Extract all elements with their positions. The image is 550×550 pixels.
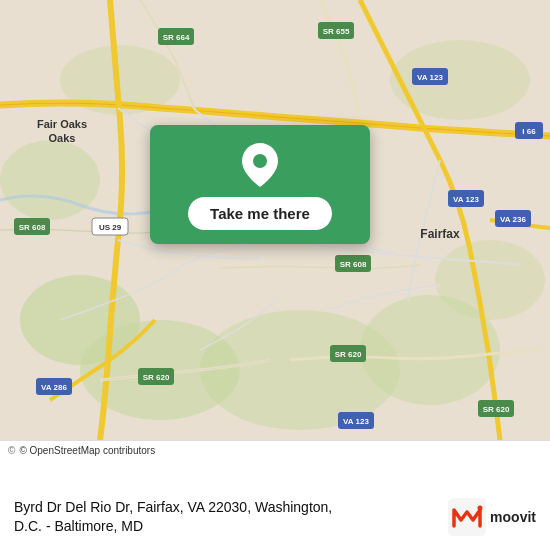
map-container: SR 608 SR 664 SR 655 I 66 VA 123 US 29 V… — [0, 0, 550, 440]
svg-point-42 — [478, 506, 483, 511]
svg-text:SR 620: SR 620 — [335, 350, 362, 359]
svg-text:SR 620: SR 620 — [483, 405, 510, 414]
svg-text:VA 286: VA 286 — [41, 383, 67, 392]
svg-text:SR 620: SR 620 — [143, 373, 170, 382]
svg-text:SR 608: SR 608 — [340, 260, 367, 269]
svg-text:Fairfax: Fairfax — [420, 227, 460, 241]
svg-text:SR 608: SR 608 — [19, 223, 46, 232]
map-pin-icon — [242, 143, 278, 187]
svg-text:SR 664: SR 664 — [163, 33, 190, 42]
take-me-there-overlay: Take me there — [150, 125, 370, 244]
address-line2: D.C. - Baltimore, MD — [14, 517, 332, 536]
svg-text:Oaks: Oaks — [49, 132, 76, 144]
svg-point-5 — [435, 240, 545, 320]
take-me-there-button[interactable]: Take me there — [188, 197, 332, 230]
svg-text:VA 123: VA 123 — [417, 73, 443, 82]
svg-point-8 — [390, 40, 530, 120]
svg-text:SR 655: SR 655 — [323, 27, 350, 36]
attribution-row: © © OpenStreetMap contributors — [0, 441, 550, 460]
address-line1: Byrd Dr Del Rio Dr, Fairfax, VA 22030, W… — [14, 498, 332, 517]
bottom-bar: © © OpenStreetMap contributors Byrd Dr D… — [0, 440, 550, 550]
svg-text:US 29: US 29 — [99, 223, 122, 232]
svg-text:VA 123: VA 123 — [343, 417, 369, 426]
svg-text:Fair Oaks: Fair Oaks — [37, 118, 87, 130]
address-block: Byrd Dr Del Rio Dr, Fairfax, VA 22030, W… — [14, 498, 332, 536]
svg-point-40 — [253, 154, 267, 168]
svg-text:VA 123: VA 123 — [453, 195, 479, 204]
moovit-logo: moovit — [448, 498, 536, 536]
copyright-icon: © — [8, 445, 15, 456]
svg-text:VA 236: VA 236 — [500, 215, 526, 224]
address-row: Byrd Dr Del Rio Dr, Fairfax, VA 22030, W… — [0, 490, 550, 550]
attribution-text: © OpenStreetMap contributors — [19, 445, 155, 456]
moovit-text: moovit — [490, 509, 536, 525]
moovit-icon — [448, 498, 486, 536]
svg-text:I 66: I 66 — [522, 127, 536, 136]
